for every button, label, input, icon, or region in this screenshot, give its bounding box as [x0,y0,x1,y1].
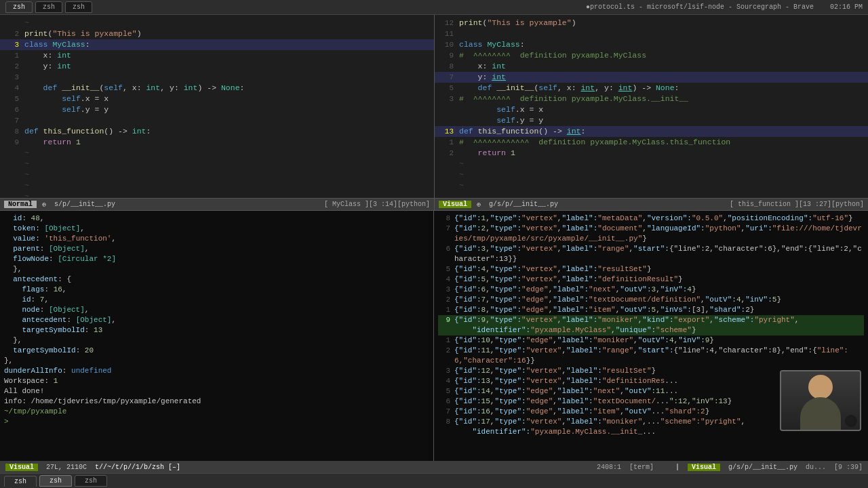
list-item: antecedent: [Object], [4,315,429,325]
table-row: self.y = y [435,115,868,126]
page-title: ●protocol.ts - microsoft/lsif-node - Sou… [586,3,814,11]
table-row: ~ [0,148,434,159]
table-row: ~ [435,159,868,169]
list-item: info: /home/tjdevries/tmp/pyxample/gener… [4,396,429,407]
clock: 02:16 PM [830,3,863,11]
titlebar-tabs: zsh zsh zsh [5,1,92,13]
list-item: 2 {"id":11,"type":"vertex","label":"rang… [438,346,864,366]
bottom-left-vim-mode: Visual [5,464,38,471]
table-row: self.x = x [435,104,868,115]
right-icon: ⊕ [477,201,481,209]
table-row: ~ [0,18,434,28]
list-item: id: 7, [4,295,429,305]
list-item: }, [4,336,429,346]
list-item: id: 48, [4,214,429,224]
list-item: }, [4,264,429,274]
table-row: 3 class MyClass: [0,39,434,50]
table-row: 8 x: int [435,61,868,72]
table-row: ~ [0,169,434,180]
browser-title: ●protocol.ts - microsoft/lsif-node - Sou… [586,3,863,11]
table-row: 13 def this_function() -> int: [435,126,868,137]
tab-zsh-3[interactable]: zsh [75,475,107,487]
list-item: dunderAllInfo: undefined [4,366,429,376]
webcam-overlay [780,370,861,431]
list-item: 5 {"id":4,"type":"vertex","label":"resul… [438,264,864,274]
list-item: 2 {"id":7,"type":"edge","label":"textDoc… [438,295,864,305]
left-icon: ⊕ [42,201,46,209]
left-filename: s/p/__init__.py [54,201,115,208]
right-filename: g/s/p/__init__.py [489,201,558,208]
table-row: 9 # ^^^^^^^^ definition pyxample.MyClass [435,50,868,61]
table-row: 5 self.x = x [0,94,434,104]
bottom-left-type: [term] [629,464,654,471]
right-code-editor[interactable]: 12 print("This is pyxample") 11 10 class… [435,15,868,198]
titlebar: zsh zsh zsh ●protocol.ts - microsoft/lsi… [0,0,868,15]
list-item: All done! [4,386,429,396]
list-item: 1 {"id":8,"type":"edge","label":"item","… [438,305,864,315]
separator: | [675,464,679,471]
table-row: ~ [0,159,434,169]
list-item: targetSymbolId: 20 [4,346,429,356]
table-row: 7 [0,115,434,126]
list-item: 4 {"id":5,"type":"vertex","label":"defin… [438,274,864,285]
table-row: 3 [0,72,434,83]
left-modebar: Normal ⊕ s/p/__init__.py [ MyClass ][3 :… [0,198,434,210]
table-row: 6 self.y = y [0,104,434,115]
titlebar-tab-3[interactable]: zsh [65,1,92,13]
list-item: flowNode: [Circular *2] [4,254,429,264]
list-item: targetSymbolId: 13 [4,325,429,336]
lower-area: id: 48, token: [Object], value: 'this_fu… [0,210,868,461]
list-item: token: [Object], [4,224,429,234]
bottom-statusbar: Visual 27L, 2110C t//~/t/p//1/b/zsh [–] … [0,461,868,473]
table-row: ~ [0,180,434,191]
list-item: 6 {"id":3,"type":"vertex","label":"range… [438,244,864,264]
bottom-right-unknown: du... [806,464,826,471]
table-row: 11 [435,28,868,39]
list-item: antecedent: { [4,274,429,285]
tab-zsh-2[interactable]: zsh [39,475,72,487]
table-row: ~ [0,191,434,198]
bottom-left-lineinfo: 27L, 2110C [46,464,87,471]
list-item: 9 {"id":9,"type":"vertex","label":"monik… [438,315,864,325]
list-item: Workspace: 1 [4,376,429,386]
right-vim-mode: Visual [439,201,471,208]
list-item: 3 {"id":6,"type":"edge","label":"next","… [438,285,864,295]
table-row: 5 def __init__(self, x: int, y: int) -> … [435,83,868,94]
list-item: 7 {"id":2,"type":"vertex","label":"docum… [438,224,864,244]
table-row: 1 # ^^^^^^^^^^^^ definition pyxample.MyC… [435,137,868,148]
table-row: 9 return 1 [0,137,434,148]
table-row: 7 y: int [435,72,868,83]
table-row: 2 print("This is pyxample") [0,28,434,39]
bottom-right-filename: g/s/p/__init__.py [728,464,797,471]
table-row: ~ [435,169,868,180]
list-item: 8 {"id":1,"type":"vertex","label":"metaD… [438,214,864,224]
list-item: flags: 16, [4,285,429,295]
right-classinfo: [ this_function ][13 :27][python] [730,201,864,208]
titlebar-tab-1[interactable]: zsh [5,1,33,13]
list-item: "identifier":"pyxample.MyClass","unique"… [438,325,864,336]
right-pane: 12 print("This is pyxample") 11 10 class… [434,15,868,210]
table-row: 3 # ^^^^^^^^ definition pyxample.MyClass… [435,94,868,104]
table-row: 8 def this_function() -> int: [0,126,434,137]
bottom-right-position: [9 :39] [834,464,863,471]
bottom-right-vim-mode: Visual [688,464,720,471]
bottom-left-filename: t//~/t/p//1/b/zsh [–] [95,464,180,471]
tabbar: zsh zsh zsh [0,473,868,488]
table-row: 12 print("This is pyxample") [435,18,868,28]
terminal-left[interactable]: id: 48, token: [Object], value: 'this_fu… [0,211,434,461]
right-modebar: Visual ⊕ g/s/p/__init__.py [ this_functi… [435,198,868,210]
left-code-editor[interactable]: ~ 2 print("This is pyxample") 3 class My… [0,15,434,198]
table-row: 2 return 1 [435,148,868,159]
table-row: ~ [435,180,868,191]
left-pane: ~ 2 print("This is pyxample") 3 class My… [0,15,434,210]
titlebar-tab-2[interactable]: zsh [35,1,62,13]
tab-zsh-1[interactable]: zsh [4,476,37,487]
list-item: ~/tmp/pyxample [4,407,429,417]
list-item: node: [Object], [4,305,429,315]
list-item: > [4,417,429,427]
table-row: 4 def __init__(self, x: int, y: int) -> … [0,83,434,94]
list-item: value: 'this_function', [4,234,429,244]
list-item: 1 {"id":10,"type":"edge","label":"monike… [438,336,864,346]
list-item: }, [4,356,429,366]
table-row: 2 y: int [0,61,434,72]
